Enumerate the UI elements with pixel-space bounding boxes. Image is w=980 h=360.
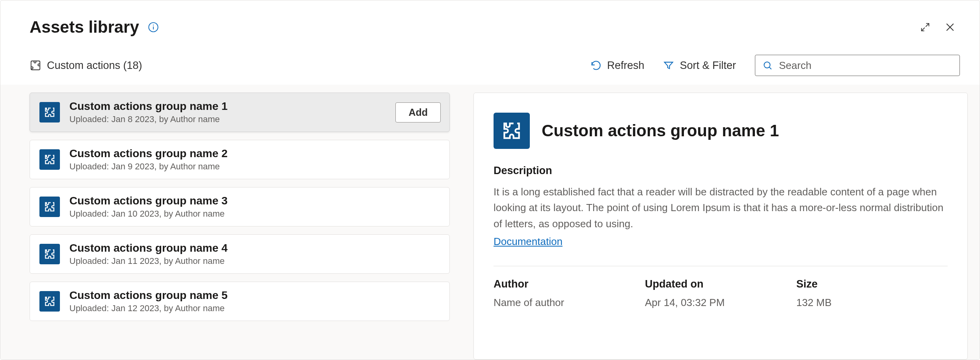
divider [494, 266, 948, 266]
list-item[interactable]: Custom actions group name 1 Uploaded: Ja… [30, 93, 450, 132]
detail-header: Custom actions group name 1 [494, 113, 948, 149]
puzzle-icon [39, 149, 60, 170]
author-value: Name of author [494, 297, 645, 309]
list-item-subtitle: Uploaded: Jan 11 2023, by Author name [69, 256, 441, 266]
add-button[interactable]: Add [395, 102, 441, 122]
size-value: 132 MB [796, 297, 948, 309]
close-icon[interactable] [944, 21, 956, 33]
refresh-label: Refresh [607, 59, 645, 72]
list-pane: Custom actions group name 1 Uploaded: Ja… [0, 85, 462, 360]
svg-point-2 [153, 25, 154, 26]
tab-custom-actions[interactable]: Custom actions (18) [30, 59, 142, 72]
list-item-title: Custom actions group name 4 [69, 242, 441, 254]
puzzle-icon [30, 59, 41, 71]
puzzle-icon [39, 102, 60, 122]
search-input[interactable] [779, 59, 952, 72]
detail-title: Custom actions group name 1 [542, 121, 779, 140]
list-item-text: Custom actions group name 3 Uploaded: Ja… [69, 195, 441, 219]
toolbar: Custom actions (18) Refresh Sort & Filte… [0, 37, 980, 85]
expand-icon[interactable] [920, 22, 931, 33]
updated-value: Apr 14, 03:32 PM [645, 297, 796, 309]
refresh-button[interactable]: Refresh [591, 59, 645, 72]
filter-icon [663, 60, 674, 71]
updated-label: Updated on [645, 278, 796, 290]
meta-row: Author Name of author Updated on Apr 14,… [494, 278, 948, 309]
size-label: Size [796, 278, 948, 290]
list-item-title: Custom actions group name 1 [69, 100, 395, 113]
description-label: Description [494, 165, 948, 177]
list-item-text: Custom actions group name 5 Uploaded: Ja… [69, 289, 441, 314]
list-item-title: Custom actions group name 3 [69, 195, 441, 207]
puzzle-icon [39, 244, 60, 264]
list-item[interactable]: Custom actions group name 4 Uploaded: Ja… [30, 234, 450, 274]
svg-line-7 [769, 67, 771, 69]
sort-filter-button[interactable]: Sort & Filter [663, 59, 736, 72]
search-icon [762, 60, 773, 71]
list-item-text: Custom actions group name 4 Uploaded: Ja… [69, 242, 441, 266]
puzzle-icon [39, 197, 60, 217]
list-item-text: Custom actions group name 1 Uploaded: Ja… [69, 100, 395, 124]
list-item-subtitle: Uploaded: Jan 10 2023, by Author name [69, 209, 441, 219]
puzzle-icon [494, 113, 530, 149]
list-item[interactable]: Custom actions group name 3 Uploaded: Ja… [30, 187, 450, 226]
search-box[interactable] [755, 55, 960, 76]
meta-size: Size 132 MB [796, 278, 948, 309]
meta-updated: Updated on Apr 14, 03:32 PM [645, 278, 796, 309]
description-text: It is a long established fact that a rea… [494, 184, 948, 232]
assets-library-panel: Assets library [0, 0, 980, 360]
list-item[interactable]: Custom actions group name 2 Uploaded: Ja… [30, 140, 450, 179]
info-icon[interactable] [148, 22, 159, 33]
content-area: Custom actions group name 1 Uploaded: Ja… [0, 85, 980, 360]
list-item[interactable]: Custom actions group name 5 Uploaded: Ja… [30, 282, 450, 321]
list-item-subtitle: Uploaded: Jan 12 2023, by Author name [69, 303, 441, 314]
detail-pane: Custom actions group name 1 Description … [473, 93, 968, 360]
panel-header: Assets library [0, 0, 980, 37]
list-item-subtitle: Uploaded: Jan 9 2023, by Author name [69, 161, 441, 172]
svg-point-6 [764, 62, 770, 68]
puzzle-icon [39, 291, 60, 312]
sort-filter-label: Sort & Filter [680, 59, 736, 72]
list-item-text: Custom actions group name 2 Uploaded: Ja… [69, 147, 441, 172]
tab-label: Custom actions (18) [47, 59, 142, 72]
page-title: Assets library [30, 18, 139, 37]
meta-author: Author Name of author [494, 278, 645, 309]
author-label: Author [494, 278, 645, 290]
list-item-title: Custom actions group name 2 [69, 147, 441, 160]
refresh-icon [591, 60, 602, 71]
documentation-link[interactable]: Documentation [494, 236, 563, 247]
list-item-subtitle: Uploaded: Jan 8 2023, by Author name [69, 114, 395, 124]
list-item-title: Custom actions group name 5 [69, 289, 441, 302]
